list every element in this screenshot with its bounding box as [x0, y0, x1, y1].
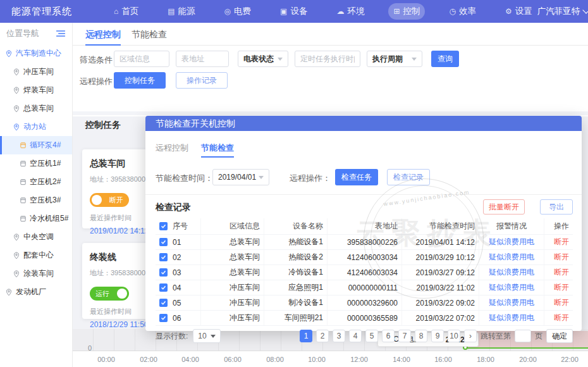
page-button[interactable]: 9: [431, 330, 444, 342]
exec-cycle-select[interactable]: 执行周期: [367, 51, 422, 67]
sidebar-item-power-station[interactable]: 动力站: [0, 118, 72, 136]
disconnect-action-link[interactable]: 断开: [554, 237, 569, 247]
app-title: 能源管理系统: [11, 6, 72, 18]
modal-tab-energy-check[interactable]: 节能检查: [201, 139, 234, 158]
rows-per-page-select[interactable]: 10: [193, 329, 220, 343]
row-checkbox[interactable]: [159, 253, 168, 261]
tenant-selector[interactable]: 广汽菲亚特: [537, 6, 588, 17]
disconnect-action-link[interactable]: 断开: [554, 282, 569, 293]
area-info-input[interactable]: [114, 51, 169, 67]
sidebar-item-welding-shop[interactable]: 焊装车间: [0, 81, 72, 99]
home-icon: ⌂: [114, 7, 118, 16]
x-tick: 00:00: [97, 356, 115, 363]
alarm-link[interactable]: 疑似浪费用电: [489, 313, 534, 323]
rows-per-page-label: 显示行数:: [156, 331, 188, 342]
alarm-link[interactable]: 疑似浪费用电: [489, 297, 534, 308]
device-doc-icon: [20, 142, 27, 149]
control-task-button[interactable]: 控制任务: [114, 72, 166, 89]
sidebar-item-stamping-shop[interactable]: 冲压车间: [0, 63, 72, 81]
disconnect-action-link[interactable]: 断开: [554, 252, 569, 263]
row-checkbox[interactable]: [159, 299, 168, 307]
row-checkbox[interactable]: [159, 238, 168, 246]
row-checkbox[interactable]: [159, 268, 168, 277]
nav-settings[interactable]: ⚙ 设置: [500, 3, 537, 20]
sidebar-item-central-ac[interactable]: 中央空调: [0, 228, 72, 246]
meter-address-input[interactable]: [176, 51, 229, 67]
nav-environment[interactable]: ☁ 环境: [331, 3, 369, 20]
nav-efficiency[interactable]: ◷ 效率: [444, 3, 481, 20]
location-pin-icon: [13, 233, 20, 241]
page-button[interactable]: 5: [365, 330, 378, 342]
row-checkbox[interactable]: [159, 314, 168, 322]
jump-page-input[interactable]: [515, 330, 531, 342]
sidebar-item-air-compressor-1[interactable]: 空压机1#: [0, 154, 72, 173]
next-page-button[interactable]: ›: [464, 330, 477, 342]
row-checkbox[interactable]: [159, 283, 168, 292]
y-axis-tick: 0: [88, 344, 92, 352]
table-row: 01 总装车间 热能设备1 395838000226 2019/04/01 14…: [156, 235, 573, 250]
disconnect-action-link[interactable]: 断开: [554, 267, 569, 278]
tab-remote-control[interactable]: 远程控制: [85, 23, 121, 46]
operation-record-button[interactable]: 操作记录: [176, 72, 228, 89]
sidebar-item-auto-manufacturing-center[interactable]: 汽车制造中心: [0, 44, 72, 63]
nav-control[interactable]: ⊞ 控制: [388, 3, 425, 20]
sidebar-item-support-center[interactable]: 配套中心: [0, 246, 72, 264]
check-records-table: 序号 区域信息 设备名称 表地址 节能检查时间 报警情况 操作 01 总装车间 …: [156, 218, 573, 326]
meter-state-select[interactable]: 电表状态: [238, 51, 288, 67]
confirm-jump-button[interactable]: 确定: [546, 329, 573, 343]
location-pin-icon: [5, 50, 13, 58]
sidebar-item-air-compressor-3[interactable]: 空压机3#: [0, 191, 72, 209]
export-button[interactable]: 导出: [540, 199, 573, 215]
x-tick: 14:00: [393, 356, 410, 363]
power-toggle-on[interactable]: 运行: [90, 287, 129, 301]
page-button[interactable]: 1: [300, 330, 312, 342]
alarm-link[interactable]: 疑似浪费用电: [489, 237, 534, 247]
check-time-select[interactable]: 2019/04/01: [212, 169, 269, 185]
x-tick: 02:00: [140, 356, 157, 363]
check-record-button[interactable]: 检查记录: [387, 169, 430, 185]
device-doc-icon: [20, 197, 27, 204]
page-button[interactable]: 3: [333, 330, 345, 342]
page-button[interactable]: 7: [398, 330, 411, 342]
energy-management-app: 能源管理系统 ⌂ 首页 ▤ 能源 ◎ 电费 ▣ 设备 ☁ 环境: [0, 0, 588, 367]
nav-electricity-fee[interactable]: ◎ 电费: [219, 3, 256, 20]
power-toggle-off[interactable]: 断开: [90, 193, 129, 207]
collapse-menu-icon[interactable]: [56, 29, 66, 38]
task-exec-time-input[interactable]: [295, 51, 360, 67]
nav-energy[interactable]: ▤ 能源: [162, 3, 200, 20]
sidebar-item-assembly-shop[interactable]: 总装车间: [0, 99, 72, 118]
sidebar-item-circulating-pump-4[interactable]: 循环泵4#: [0, 136, 72, 154]
batch-disconnect-button[interactable]: 批量断开: [483, 199, 525, 215]
modal-title: 节能检查开关机控制: [145, 116, 582, 131]
alarm-link[interactable]: 疑似浪费用电: [489, 282, 534, 293]
alarm-link[interactable]: 疑似浪费用电: [489, 252, 534, 263]
check-task-button[interactable]: 检查任务: [335, 169, 378, 185]
search-button[interactable]: 查询: [431, 51, 459, 67]
page-button[interactable]: 10: [448, 330, 460, 342]
chevron-down-icon: [583, 6, 588, 13]
page-button[interactable]: 8: [415, 330, 427, 342]
tab-energy-check[interactable]: 节能检查: [132, 23, 167, 46]
page-button[interactable]: 6: [382, 330, 395, 342]
alarm-link[interactable]: 疑似浪费用电: [489, 267, 534, 278]
nav-device[interactable]: ▣ 设备: [275, 3, 312, 20]
page-button[interactable]: 4: [349, 330, 362, 342]
chevron-down-icon: [412, 58, 417, 61]
x-tick: 22:00: [561, 356, 579, 363]
disconnect-action-link[interactable]: 断开: [554, 297, 569, 308]
modal-tab-remote-control[interactable]: 远程控制: [156, 139, 188, 158]
nav-home[interactable]: ⌂ 首页: [109, 3, 144, 20]
disconnect-action-link[interactable]: 断开: [554, 313, 569, 323]
settings-icon: ⚙: [505, 7, 512, 16]
sidebar-item-engine-plant[interactable]: 发动机厂: [0, 283, 72, 301]
select-all-checkbox[interactable]: [159, 222, 168, 230]
sidebar-item-chiller-unit-5[interactable]: 冷水机组5#: [0, 209, 72, 228]
x-tick: 16:00: [434, 356, 452, 363]
page-button[interactable]: 2: [316, 330, 329, 342]
sidebar-item-paint-shop[interactable]: 涂装车间: [0, 264, 72, 283]
chart-series-line: [466, 347, 588, 349]
sidebar-item-air-compressor-2[interactable]: 空压机2#: [0, 173, 72, 191]
table-row: 03 总装车间 冷饰设备1 412406003034 2019/03/27 09…: [156, 265, 573, 280]
efficiency-icon: ◷: [449, 7, 455, 16]
control-tasks-title: 控制任务: [85, 120, 121, 131]
